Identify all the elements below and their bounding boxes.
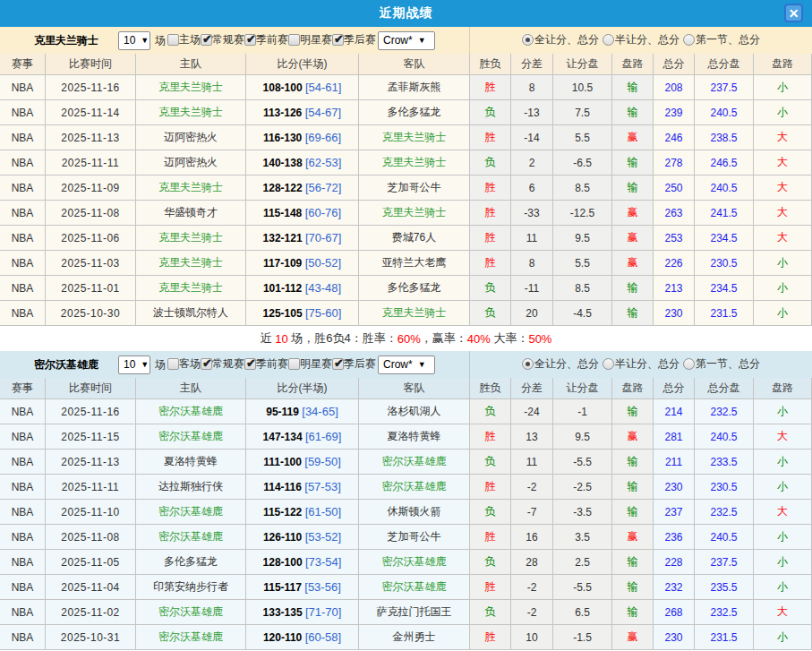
checkbox-季后赛[interactable]: 季后赛 xyxy=(332,356,376,372)
cell-point-diff: 6 xyxy=(511,176,553,201)
cell-date: 2025-11-10 xyxy=(46,500,136,525)
cell-away-team: 芝加哥公牛 xyxy=(359,176,470,201)
cell-total-points: 263 xyxy=(654,201,695,226)
cell-away-team: 多伦多猛龙 xyxy=(359,100,470,125)
radio-label: 半让分、总分 xyxy=(615,356,680,372)
radio-半让分、总分[interactable]: 半让分、总分 xyxy=(603,356,680,372)
checkbox-box-icon xyxy=(244,358,256,370)
cell-league: NBA xyxy=(0,201,46,226)
half-score: [69-66] xyxy=(305,131,341,144)
checkbox-明星赛[interactable]: 明星赛 xyxy=(288,356,332,372)
game-row: NBA2025-11-11迈阿密热火140-138 [62-53]克里夫兰骑士负… xyxy=(0,150,812,176)
radio-circle-icon xyxy=(683,34,695,46)
game-row: NBA2025-11-01克里夫兰骑士101-112 [43-48]多伦多猛龙负… xyxy=(0,276,812,301)
cell-over-under: 小 xyxy=(754,100,812,125)
cell-date: 2025-11-05 xyxy=(46,550,136,575)
radio-label: 全让分、总分 xyxy=(534,356,599,372)
cell-league: NBA xyxy=(0,525,46,550)
checkbox-常规赛[interactable]: 常规赛 xyxy=(201,32,244,47)
cell-over-under: 大 xyxy=(754,176,812,201)
col-total: 总分 xyxy=(654,54,695,75)
half-score: [62-53] xyxy=(305,156,341,169)
games-count-select[interactable]: 10▼ xyxy=(118,355,150,374)
cell-over-under: 小 xyxy=(754,550,812,575)
cell-point-diff: 11 xyxy=(511,226,553,251)
cell-home-team: 多伦多猛龙 xyxy=(136,550,246,575)
game-row: NBA2025-11-06克里夫兰骑士132-121 [70-67]费城76人胜… xyxy=(0,226,812,251)
radio-第一节、总分[interactable]: 第一节、总分 xyxy=(683,32,760,47)
checkbox-客场[interactable]: 客场 xyxy=(167,356,201,372)
radio-全让分、总分[interactable]: 全让分、总分 xyxy=(522,32,599,47)
cell-home-team: 迈阿密热火 xyxy=(136,125,246,150)
half-score: [73-54] xyxy=(305,555,341,569)
team-name: 密尔沃基雄鹿 xyxy=(34,357,118,373)
col-time: 比赛时间 xyxy=(46,54,136,75)
odds-company-select[interactable]: Crow*▼ xyxy=(378,31,435,50)
cell-total-line: 231.5 xyxy=(695,301,754,326)
cell-date: 2025-11-14 xyxy=(46,100,136,125)
cell-score: 126-110 [53-52] xyxy=(246,525,359,550)
cell-score: 115-122 [61-50] xyxy=(246,500,359,525)
radio-第一节、总分[interactable]: 第一节、总分 xyxy=(683,356,760,372)
cell-over-under: 小 xyxy=(754,625,812,650)
cell-home-team: 印第安纳步行者 xyxy=(136,575,246,600)
checkbox-季后赛[interactable]: 季后赛 xyxy=(332,32,376,47)
odds-company-value: Crow* xyxy=(383,34,413,47)
cell-handicap-line: 5.5 xyxy=(553,125,612,150)
cell-date: 2025-11-02 xyxy=(46,600,136,625)
cell-league: NBA xyxy=(0,276,46,301)
cell-total-line: 232.5 xyxy=(695,399,754,424)
radio-circle-icon xyxy=(603,358,614,370)
games-count-value: 10 xyxy=(124,34,135,47)
checkbox-label: 客场 xyxy=(179,356,201,372)
checkbox-label: 季前赛 xyxy=(256,32,288,47)
col-result: 胜负 xyxy=(470,54,511,75)
cell-league: NBA xyxy=(0,450,46,475)
cell-total-line: 240.5 xyxy=(695,176,754,201)
checkbox-label: 季前赛 xyxy=(256,356,288,372)
cell-date: 2025-11-04 xyxy=(46,575,136,600)
checkbox-label: 季后赛 xyxy=(344,356,376,372)
game-row: NBA2025-10-31密尔沃基雄鹿120-110 [60-58]金州勇士胜1… xyxy=(0,625,812,650)
cell-date: 2025-11-11 xyxy=(46,150,136,176)
checkbox-box-icon xyxy=(288,34,300,46)
cell-league: NBA xyxy=(0,100,46,125)
half-score: [70-67] xyxy=(305,231,341,244)
team-name: 克里夫兰骑士 xyxy=(34,33,118,48)
checkbox-box-icon xyxy=(201,358,212,370)
close-icon[interactable]: ✕ xyxy=(784,4,803,22)
cell-score: 147-134 [61-69] xyxy=(246,424,359,450)
cell-away-team: 克里夫兰骑士 xyxy=(359,150,470,176)
cell-home-team: 克里夫兰骑士 xyxy=(136,75,246,100)
odds-company-select[interactable]: Crow*▼ xyxy=(378,355,435,374)
section-team2: 密尔沃基雄鹿 10▼ 场 客场常规赛季前赛明星赛季后赛 Crow*▼ 全让分、总… xyxy=(0,351,812,650)
radio-circle-icon xyxy=(683,358,695,370)
radio-group: 全让分、总分半让分、总分第一节、总分 xyxy=(520,356,762,373)
full-score: 133-135 xyxy=(263,606,303,619)
cell-result: 负 xyxy=(470,600,511,625)
checkbox-明星赛[interactable]: 明星赛 xyxy=(288,32,332,47)
cell-away-team: 密尔沃基雄鹿 xyxy=(359,550,470,575)
checkbox-主场[interactable]: 主场 xyxy=(167,32,201,47)
cell-result: 胜 xyxy=(470,424,511,450)
games-count-select[interactable]: 10▼ xyxy=(118,31,150,50)
cell-home-team: 波士顿凯尔特人 xyxy=(136,301,246,326)
cell-home-team: 密尔沃基雄鹿 xyxy=(136,625,246,650)
col-away: 客队 xyxy=(359,54,470,75)
summary-stat-value: 60% xyxy=(397,332,421,346)
full-score: 126-110 xyxy=(263,531,302,544)
cell-handicap-result: 输 xyxy=(612,450,654,475)
radio-全让分、总分[interactable]: 全让分、总分 xyxy=(522,356,599,372)
cell-handicap-result: 输 xyxy=(612,475,654,500)
cell-result: 胜 xyxy=(470,226,511,251)
half-score: [54-61] xyxy=(305,81,341,94)
checkbox-季前赛[interactable]: 季前赛 xyxy=(244,356,288,372)
cell-league: NBA xyxy=(0,500,46,525)
full-score: 114-116 xyxy=(263,481,302,493)
radio-半让分、总分[interactable]: 半让分、总分 xyxy=(603,32,680,47)
checkbox-常规赛[interactable]: 常规赛 xyxy=(201,356,244,372)
half-score: [53-52] xyxy=(305,530,341,544)
cell-handicap-line: 6.5 xyxy=(553,600,612,625)
cell-away-team: 休斯顿火箭 xyxy=(359,500,470,525)
checkbox-季前赛[interactable]: 季前赛 xyxy=(244,32,288,47)
